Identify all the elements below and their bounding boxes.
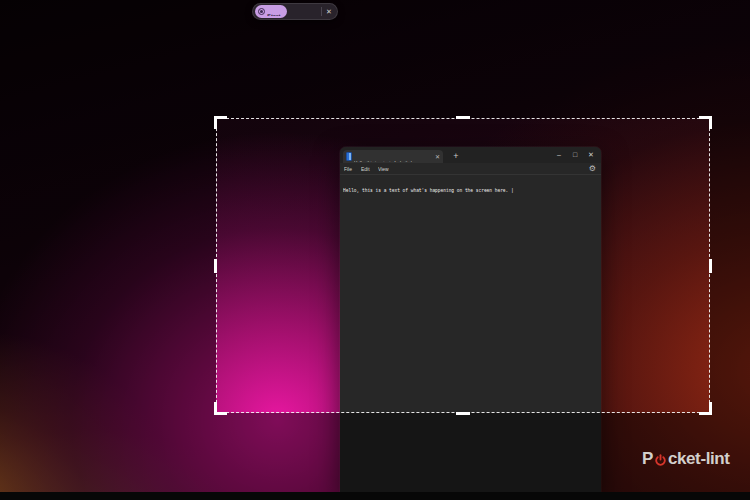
power-icon [654,454,667,467]
recording-timer: 00:00:00 [291,15,314,16]
selection-handle-top-left[interactable] [214,116,227,129]
selection-handle-left[interactable] [214,259,217,273]
start-recording-button[interactable]: Start [255,5,287,18]
dim-overlay-bottom [0,413,750,500]
selection-handle-bottom-left[interactable] [214,402,227,415]
desktop-screen: Hello, this is a text of what's hap ✕ + … [0,0,750,500]
selection-handle-bottom-right[interactable] [699,402,712,415]
selection-handle-bottom[interactable] [456,412,470,415]
logo-text-prefix: P [642,449,653,469]
toolbar-close-icon[interactable]: ✕ [326,8,332,15]
pocket-lint-logo: P cket-lint [642,449,730,469]
record-dot-icon [258,8,265,15]
dim-overlay-left [0,118,216,413]
dim-overlay-top [0,0,750,118]
toolbar-divider [321,7,322,16]
logo-text-suffix: cket-lint [668,449,730,469]
taskbar-strip [0,492,750,500]
capture-region[interactable] [216,118,710,413]
start-button-label: Start [267,13,280,16]
selection-handle-top[interactable] [456,116,470,119]
selection-handle-right[interactable] [709,259,712,273]
recorder-toolbar: Start 00:00:00 ✕ [252,3,338,20]
selection-handle-top-right[interactable] [699,116,712,129]
dim-overlay-right [710,118,750,413]
